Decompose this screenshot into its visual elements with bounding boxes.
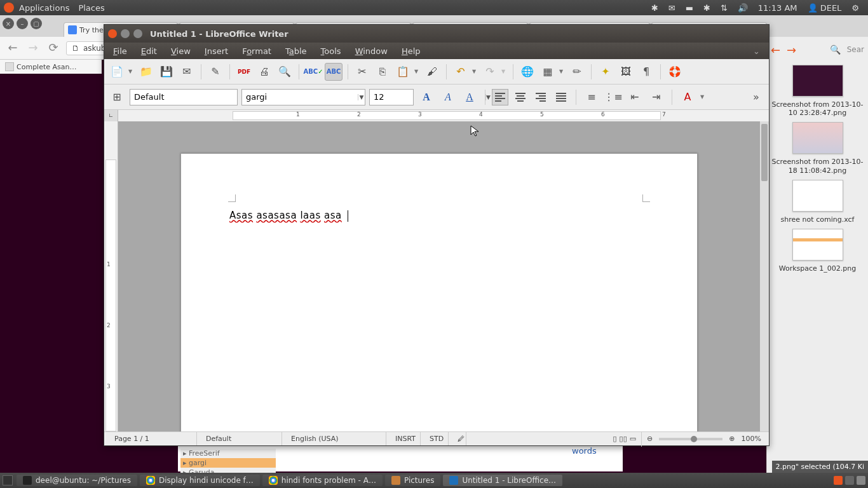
copy-icon[interactable]: ⎘ <box>374 63 391 81</box>
paste-dropdown-icon[interactable]: ▼ <box>414 69 421 74</box>
font-color-icon[interactable]: A <box>679 88 696 106</box>
align-left-button[interactable] <box>492 89 508 105</box>
italic-button[interactable]: A <box>439 88 457 106</box>
decrease-indent-icon[interactable]: ⇤ <box>626 88 644 106</box>
undo-icon[interactable]: ↶ <box>452 63 470 81</box>
file-thumbnail[interactable] <box>792 180 843 212</box>
chrome-min-icon[interactable]: – <box>17 18 28 29</box>
file-thumbnail[interactable] <box>792 65 843 97</box>
status-selection-mode[interactable]: STD <box>423 432 449 445</box>
back-button[interactable]: ← <box>5 41 20 56</box>
preview-icon[interactable]: 🔍 <box>276 63 294 81</box>
taskbar-item[interactable]: Untitled 1 - LibreOffice… <box>443 475 562 486</box>
open-icon[interactable]: 📁 <box>137 63 155 81</box>
bold-button[interactable]: A <box>417 88 435 106</box>
zoom-out-icon[interactable]: ⊖ <box>647 435 653 443</box>
cut-icon[interactable]: ✂ <box>353 63 371 81</box>
status-insert-mode[interactable]: INSRT <box>389 432 421 445</box>
menu-help[interactable]: Help <box>397 45 426 57</box>
paste-icon[interactable]: 📋 <box>394 63 412 81</box>
status-signature-icon[interactable]: 🖉 <box>451 432 466 445</box>
new-dropdown-icon[interactable]: ▼ <box>128 69 135 74</box>
bluetooth2-icon[interactable]: ✱ <box>703 3 710 13</box>
power-icon[interactable]: ⚙ <box>851 3 859 13</box>
mail-icon[interactable]: ✉ <box>668 3 675 13</box>
numbered-list-icon[interactable]: ≡ <box>583 88 600 106</box>
view-single-icon[interactable]: ▯ <box>613 435 617 443</box>
chrome-max-icon[interactable]: ▢ <box>31 18 42 29</box>
zoom-in-icon[interactable]: ⊕ <box>729 435 735 443</box>
paragraph-style-combo[interactable]: ▼ <box>130 89 238 105</box>
font-size-combo[interactable]: ▼ <box>369 89 414 105</box>
menu-view[interactable]: View <box>166 45 196 57</box>
trash-icon[interactable] <box>857 476 865 485</box>
size-dropdown-icon[interactable]: ▼ <box>485 94 491 100</box>
nautilus-back-icon[interactable]: ← <box>771 43 780 57</box>
menu-insert[interactable]: Insert <box>200 45 233 57</box>
clock[interactable]: 11:13 AM <box>758 3 797 13</box>
network-icon[interactable]: ⇅ <box>721 3 728 13</box>
horizontal-ruler[interactable]: 1 2 3 4 5 6 7 <box>118 110 769 121</box>
bluetooth-icon[interactable]: ✱ <box>651 3 658 13</box>
save-icon[interactable]: 💾 <box>158 63 175 81</box>
menu-edit[interactable]: Edit <box>136 45 162 57</box>
zoom-value[interactable]: 100% <box>742 435 761 443</box>
zoom-slider[interactable] <box>659 438 722 440</box>
file-thumbnail[interactable] <box>792 229 843 261</box>
status-style[interactable]: Default <box>200 432 282 445</box>
places-menu[interactable]: Places <box>78 3 104 13</box>
view-book-icon[interactable]: ▭ <box>630 435 636 443</box>
workspace-switcher-icon[interactable] <box>834 476 843 485</box>
font-name-combo[interactable]: ▼ <box>241 89 365 105</box>
zoom-knob[interactable] <box>691 436 697 442</box>
window-maximize-icon[interactable] <box>133 29 142 38</box>
nautilus-forward-icon[interactable]: → <box>787 43 796 57</box>
help-icon[interactable]: 🛟 <box>666 63 684 81</box>
edit-icon[interactable]: ✎ <box>207 63 224 81</box>
vertical-ruler[interactable]: 1 2 3 <box>104 121 118 431</box>
bullet-list-icon[interactable]: ⋮≡ <box>604 88 622 106</box>
chrome-close-icon[interactable]: × <box>3 18 14 29</box>
user-menu[interactable]: 👤 DEEL <box>808 3 842 13</box>
menu-table[interactable]: Table <box>280 45 312 57</box>
align-right-button[interactable] <box>532 89 549 105</box>
reload-button[interactable]: ⟳ <box>46 41 61 56</box>
document-text[interactable]: Asas asasasa laas asa <box>229 210 348 222</box>
autospell-icon[interactable]: ABC <box>325 63 342 81</box>
nonprinting-icon[interactable]: ¶ <box>637 63 655 81</box>
format-paintbrush-icon[interactable]: 🖌 <box>423 63 441 81</box>
font-name-input[interactable] <box>242 90 358 105</box>
export-pdf-icon[interactable]: PDF <box>235 63 253 81</box>
search-icon[interactable]: 🔍 <box>830 44 841 55</box>
underline-button[interactable]: A <box>461 88 478 106</box>
spellcheck-icon[interactable]: ABC✓ <box>304 63 322 81</box>
scrollbar-thumb[interactable] <box>761 124 768 181</box>
taskbar-item[interactable]: Pictures <box>385 475 441 486</box>
menu-window[interactable]: Window <box>350 45 393 57</box>
taskbar-item[interactable]: deel@ubuntu: ~/Pictures <box>17 475 137 486</box>
vertical-scrollbar[interactable] <box>760 121 769 431</box>
taskbar-item[interactable]: hindi fonts problem - A… <box>262 475 383 486</box>
increase-indent-icon[interactable]: ⇥ <box>648 88 665 106</box>
styles-icon[interactable]: ⊞ <box>108 88 126 106</box>
font-dropdown-icon[interactable]: ▼ <box>358 94 365 100</box>
toolbar-more-icon[interactable]: » <box>747 88 765 106</box>
document-page[interactable]: Asas asasasa laas asa <box>180 153 698 431</box>
show-desktop-icon[interactable] <box>3 475 13 485</box>
status-language[interactable]: English (USA) <box>285 432 386 445</box>
volume-icon[interactable]: 🔊 <box>738 3 748 13</box>
redo-icon[interactable]: ↷ <box>481 63 499 81</box>
menu-close-doc-icon[interactable]: ⌄ <box>748 45 765 57</box>
battery-icon[interactable]: ▬ <box>686 3 693 13</box>
align-center-button[interactable] <box>512 89 529 105</box>
print-icon[interactable]: 🖨 <box>255 63 273 81</box>
document-canvas[interactable]: Asas asasasa laas asa <box>118 121 769 431</box>
menu-file[interactable]: File <box>108 45 132 57</box>
window-minimize-icon[interactable] <box>121 29 130 38</box>
applications-menu[interactable]: Applications <box>19 3 69 13</box>
gallery-icon[interactable]: 🖼 <box>617 63 635 81</box>
redo-dropdown-icon[interactable]: ▼ <box>501 69 508 74</box>
draw-icon[interactable]: ✏ <box>568 63 586 81</box>
file-thumbnail[interactable] <box>792 122 843 154</box>
paragraph-style-input[interactable] <box>130 90 246 105</box>
